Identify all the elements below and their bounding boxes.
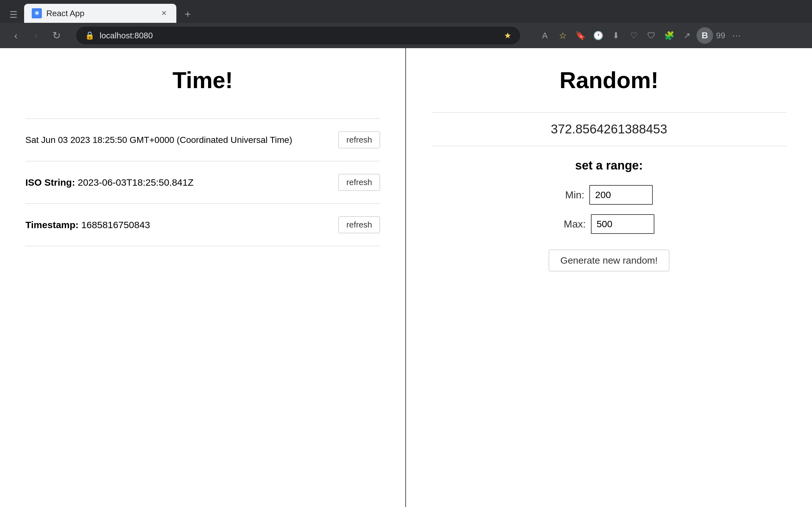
star-icon[interactable]: ★ <box>504 31 511 41</box>
tabs-bar: ☰ ⚛ React App ✕ + <box>0 0 812 23</box>
timestamp-label-value: Timestamp: 1685816750843 <box>26 220 339 230</box>
divider-3 <box>26 204 380 204</box>
profile-button[interactable]: B <box>697 27 713 44</box>
active-tab[interactable]: ⚛ React App ✕ <box>24 4 176 23</box>
favorites-icon[interactable]: 🔖 <box>572 27 589 44</box>
tab-close-button[interactable]: ✕ <box>159 9 169 18</box>
reload-button[interactable]: ↻ <box>48 27 65 44</box>
browser-essentials-icon[interactable]: 🛡 <box>643 27 660 44</box>
fulldate-value: Sat Jun 03 2023 18:25:50 GMT+0000 (Coord… <box>26 135 339 145</box>
time-row-timestamp: Timestamp: 1685816750843 refresh <box>26 210 380 239</box>
time-row-iso: ISO String: 2023-06-03T18:25:50.841Z ref… <box>26 168 380 197</box>
min-range-row: Min: <box>432 185 786 205</box>
iso-label-value: ISO String: 2023-06-03T18:25:50.841Z <box>26 177 339 188</box>
sidebar-toggle-button[interactable]: ☰ <box>5 6 21 23</box>
range-section: set a range: Min: Max: Generate new rand… <box>432 159 786 271</box>
generate-button[interactable]: Generate new random! <box>549 250 670 271</box>
app-content: Time! Sat Jun 03 2023 18:25:50 GMT+0000 … <box>0 48 812 507</box>
fulldate-refresh-button[interactable]: refresh <box>339 131 380 148</box>
favorites-star-icon[interactable]: ☆ <box>554 27 571 44</box>
iso-label: ISO String: <box>26 177 75 187</box>
tab-title-text: React App <box>46 9 155 18</box>
time-row-fulldate: Sat Jun 03 2023 18:25:50 GMT+0000 (Coord… <box>26 125 380 155</box>
time-panel-title: Time! <box>172 67 233 93</box>
max-range-row: Max: <box>432 214 786 234</box>
extensions-count: 99 <box>714 31 727 41</box>
share-icon[interactable]: ↗ <box>679 27 695 44</box>
timestamp-label: Timestamp: <box>26 220 79 230</box>
navigation-bar: ‹ › ↻ 🔒 localhost:8080 ★ A ☆ 🔖 🕐 ⬇ ♡ 🛡 🧩… <box>0 23 812 48</box>
translate-icon[interactable]: A <box>537 27 553 44</box>
new-tab-button[interactable]: + <box>179 5 197 23</box>
divider-2 <box>26 161 380 161</box>
history-icon[interactable]: 🕐 <box>590 27 606 44</box>
forward-button[interactable]: › <box>28 27 44 44</box>
tab-favicon: ⚛ <box>32 8 42 18</box>
max-input[interactable] <box>591 214 654 234</box>
address-bar[interactable]: 🔒 localhost:8080 ★ <box>76 26 520 44</box>
time-panel: Time! Sat Jun 03 2023 18:25:50 GMT+0000 … <box>0 48 406 507</box>
timestamp-refresh-button[interactable]: refresh <box>339 216 380 233</box>
timestamp-value: 1685816750843 <box>81 220 150 230</box>
random-panel: Random! 372.8564261388453 set a range: M… <box>406 48 812 507</box>
lock-icon: 🔒 <box>85 31 95 40</box>
collections-icon[interactable]: ♡ <box>625 27 642 44</box>
min-input[interactable] <box>589 185 653 205</box>
min-label: Min: <box>565 189 584 201</box>
url-text: localhost:8080 <box>100 31 499 41</box>
random-value-display: 372.8564261388453 <box>432 112 786 146</box>
iso-value: 2023-06-03T18:25:50.841Z <box>78 177 194 187</box>
divider-1 <box>26 118 380 119</box>
divider-4 <box>26 246 380 246</box>
extensions-icon[interactable]: 🧩 <box>661 27 677 44</box>
toolbar-icons: A ☆ 🔖 🕐 ⬇ ♡ 🛡 🧩 ↗ B 99 ⋯ <box>537 27 745 44</box>
random-panel-title: Random! <box>560 67 658 93</box>
downloads-icon[interactable]: ⬇ <box>608 27 624 44</box>
back-button[interactable]: ‹ <box>8 27 24 44</box>
range-title: set a range: <box>432 159 786 172</box>
more-options-button[interactable]: ⋯ <box>728 27 745 44</box>
iso-refresh-button[interactable]: refresh <box>339 174 380 191</box>
max-label: Max: <box>564 218 586 230</box>
